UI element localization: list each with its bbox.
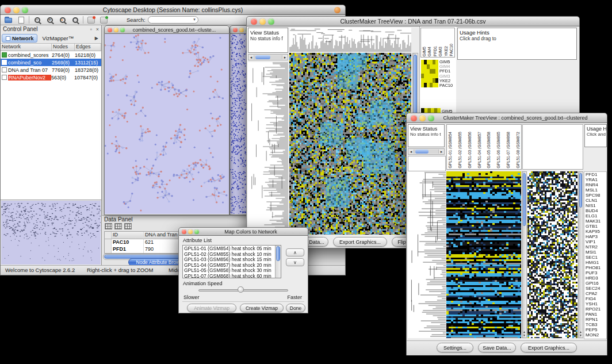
vizmapper-icon[interactable]: [99, 16, 109, 25]
gene-label[interactable]: PEP5: [586, 327, 606, 332]
gene-label[interactable]: MSI1: [586, 250, 606, 255]
minimize-button[interactable]: [239, 28, 244, 32]
gene-label[interactable]: MSL1: [586, 187, 606, 193]
search-input[interactable]: [148, 16, 198, 24]
gene-label[interactable]: SEC1: [586, 255, 606, 260]
open-session-icon[interactable]: [3, 16, 13, 25]
network-overview-thumbnail[interactable]: [1, 201, 101, 265]
annotation-icon[interactable]: [86, 16, 96, 25]
network-window-titlebar[interactable]: combined_scores_good.txt--cluste...: [104, 25, 230, 34]
global-vscrollbar[interactable]: ▴ ▾: [578, 171, 583, 338]
heatmap-canvas[interactable]: [289, 53, 411, 235]
gene-label[interactable]: VIP1: [586, 239, 606, 244]
export-graphics-button[interactable]: Export Graphics...: [333, 237, 387, 247]
animate-vizmap-button[interactable]: Animate Vizmap: [187, 304, 236, 312]
heatmap-vscrollbar[interactable]: ▴ ▾: [522, 171, 527, 338]
nav-track[interactable]: [414, 150, 439, 154]
minimize-button[interactable]: [13, 7, 20, 13]
attribute-table-icon[interactable]: [105, 223, 112, 229]
scroll-right-icon[interactable]: ▸: [439, 150, 444, 154]
close-button[interactable]: [108, 28, 112, 32]
chevron-down-icon[interactable]: ▾: [193, 17, 196, 22]
gene-label[interactable]: GTB1: [586, 224, 606, 229]
scroll-right-icon[interactable]: ▸: [282, 55, 288, 60]
save-data-button[interactable]: Save Data...: [478, 343, 516, 352]
tree-nav-scrollbar[interactable]: ◂ ▸: [248, 54, 288, 60]
zoom-selected-icon[interactable]: ▪: [58, 16, 67, 25]
zoom-out-icon[interactable]: −: [32, 16, 42, 25]
tree-nav-scrollbar[interactable]: ◂ ▸: [408, 148, 445, 155]
row-handle[interactable]: [105, 246, 112, 253]
gene-label[interactable]: PHO81: [586, 265, 606, 270]
gene-label[interactable]: HRD3: [586, 275, 606, 281]
global-heatmap-canvas[interactable]: [527, 171, 577, 338]
gene-label[interactable]: CPA2: [586, 291, 606, 296]
gene-label[interactable]: NIS1: [586, 203, 606, 208]
zoom-fit-icon[interactable]: □: [70, 16, 80, 25]
vscrollbar-thumb[interactable]: [579, 173, 582, 208]
create-vizmap-button[interactable]: Create Vizmap: [240, 304, 284, 312]
nav-track[interactable]: [254, 55, 282, 59]
attribute-create-icon[interactable]: [124, 223, 132, 229]
minimize-button[interactable]: [188, 229, 193, 234]
gene-label[interactable]: CLN1: [586, 198, 606, 203]
zoom-in-icon[interactable]: +: [45, 16, 55, 25]
gene-label[interactable]: YSH1: [586, 301, 606, 306]
correlation-matrix[interactable]: [421, 60, 438, 87]
export-graphics-button[interactable]: Export Graphics...: [521, 343, 577, 352]
heatmap-canvas[interactable]: [446, 171, 521, 338]
gene-label[interactable]: PUF3: [586, 270, 606, 275]
gene-label[interactable]: BUD4: [586, 208, 606, 213]
nav-thumb[interactable]: [415, 150, 429, 154]
gene-label[interactable]: KAP95: [586, 229, 606, 234]
scroll-left-icon[interactable]: ◂: [248, 55, 254, 60]
scroll-left-icon[interactable]: ◂: [408, 150, 414, 154]
close-button[interactable]: [411, 115, 417, 121]
row-dendrogram[interactable]: [408, 171, 446, 338]
gene-label[interactable]: PFD1: [586, 172, 606, 177]
gene-label[interactable]: FIG4: [586, 296, 606, 301]
gene-label[interactable]: HAP3: [586, 234, 606, 239]
tab-overflow-icon[interactable]: ▶: [95, 36, 100, 41]
move-down-button[interactable]: ∨: [286, 258, 304, 266]
attribute-list-item[interactable]: GPL51-07 (GSM868) heat shock 60 min: [184, 274, 274, 278]
dialog-titlebar[interactable]: Map Colors to Network: [178, 227, 308, 236]
close-panel-icon[interactable]: ×: [96, 26, 99, 32]
slider-thumb[interactable]: [238, 286, 244, 293]
save-session-icon[interactable]: [16, 16, 26, 25]
network-list-item-selected[interactable]: combined_sco 2569(8) 13112(15): [1, 59, 101, 66]
move-up-button[interactable]: ∧: [286, 248, 304, 256]
attribute-list-scrollbar[interactable]: [275, 246, 281, 278]
scroll-down-icon[interactable]: ▾: [522, 334, 526, 337]
tab-network[interactable]: Network: [2, 34, 37, 43]
nav-thumb[interactable]: [255, 55, 270, 59]
gene-label[interactable]: YRA1: [586, 177, 606, 182]
close-button[interactable]: [233, 28, 238, 32]
network-canvas[interactable]: [105, 34, 229, 214]
vscrollbar-thumb[interactable]: [523, 173, 526, 226]
treeview-combined-titlebar[interactable]: ClusterMaker TreeView : combined_scores_…: [406, 113, 607, 123]
close-button[interactable]: [5, 7, 11, 13]
gene-label[interactable]: HMG1: [586, 260, 606, 265]
gene-label[interactable]: SEC24: [586, 286, 606, 291]
network-list-item[interactable]: DNA and Tran 07 7769(0) 183728(0): [1, 66, 101, 74]
attribute-select-icon[interactable]: [114, 223, 122, 229]
close-button[interactable]: [182, 229, 186, 234]
gene-label[interactable]: PAN1: [586, 312, 606, 317]
gene-label[interactable]: MON2: [586, 332, 606, 338]
gene-label[interactable]: MAK31: [586, 219, 606, 224]
done-button[interactable]: Done: [286, 304, 305, 312]
scroll-down-icon[interactable]: ▾: [579, 334, 583, 337]
network-list-item[interactable]: RNAPuberNov2 563(0) 107847(0): [1, 74, 101, 81]
minimize-button[interactable]: [259, 18, 266, 25]
column-dendrogram[interactable]: [289, 28, 411, 52]
gene-label[interactable]: RPN1: [586, 317, 606, 322]
main-titlebar[interactable]: Cytoscape Desktop (Session Name: collins…: [0, 5, 346, 15]
gene-label[interactable]: GPI16: [586, 281, 606, 286]
treeview-dna-titlebar[interactable]: ClusterMaker TreeView : DNA and Tran 07-…: [246, 16, 580, 26]
gene-label[interactable]: NTR2: [586, 244, 606, 250]
gene-label[interactable]: ELG1: [586, 213, 606, 219]
network-list-item[interactable]: combined_scores 2764(0) 16218(0): [1, 51, 101, 59]
scrollbar-thumb[interactable]: [276, 246, 280, 261]
gene-label[interactable]: TCB3: [586, 322, 606, 327]
